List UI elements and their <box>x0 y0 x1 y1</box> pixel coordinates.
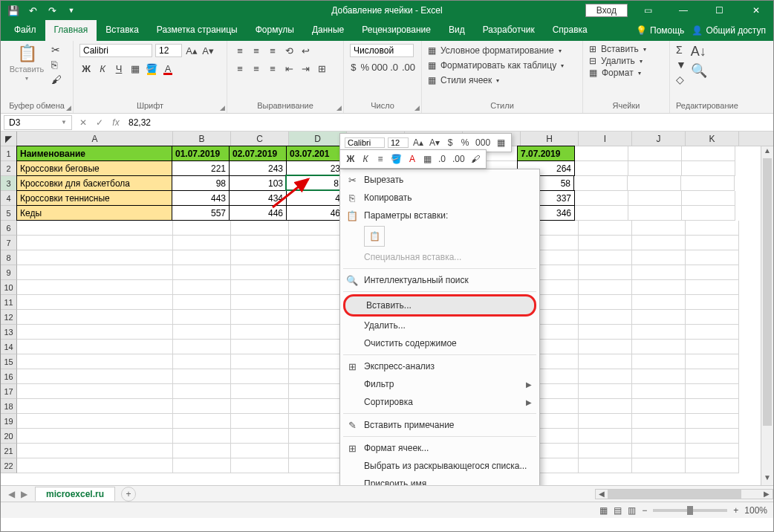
cells-format-button[interactable]: ▦Формат▾ <box>589 68 663 78</box>
cell[interactable] <box>632 444 686 458</box>
cell[interactable] <box>173 399 231 414</box>
cell[interactable] <box>686 265 739 280</box>
cell[interactable] <box>575 191 628 206</box>
row-header[interactable]: 12 <box>1 310 17 325</box>
border-icon[interactable]: ▦ <box>421 152 433 166</box>
row-header[interactable]: 22 <box>1 458 17 473</box>
cell[interactable] <box>579 399 632 414</box>
scroll-right-icon[interactable]: ▶ <box>761 490 773 499</box>
mini-font-size[interactable] <box>388 137 409 148</box>
cell[interactable] <box>628 161 682 176</box>
sheet-tab[interactable]: microexcel.ru <box>35 487 115 501</box>
scroll-up-icon[interactable]: ▲ <box>761 146 773 158</box>
add-sheet-button[interactable]: + <box>121 487 136 502</box>
col-header[interactable]: B <box>173 132 231 146</box>
decrease-decimal-icon[interactable]: .00 <box>451 152 466 166</box>
comma-icon[interactable]: 000 <box>373 60 386 74</box>
cell[interactable] <box>686 384 739 399</box>
cell[interactable] <box>289 280 347 295</box>
maximize-icon[interactable]: ☐ <box>703 1 735 20</box>
prev-sheet-icon[interactable]: ◀ <box>8 489 15 499</box>
cm-insert[interactable]: Вставить... <box>343 294 536 317</box>
find-select-icon[interactable]: 🔍 <box>691 62 707 79</box>
currency-icon[interactable]: $ <box>350 60 357 74</box>
cell[interactable] <box>632 414 686 429</box>
cell[interactable] <box>231 236 289 250</box>
cell[interactable] <box>173 280 231 295</box>
cm-comment[interactable]: ✎Вставить примечание <box>340 416 539 434</box>
cell[interactable] <box>579 310 632 325</box>
cell[interactable] <box>632 325 686 340</box>
paste-button[interactable]: 📋Вставить▾ <box>7 44 47 82</box>
cell[interactable] <box>686 236 739 250</box>
cell[interactable] <box>173 295 231 310</box>
tab-help[interactable]: Справка <box>544 20 596 41</box>
cm-smart-lookup[interactable]: 🔍Интеллектуальный поиск <box>340 271 539 289</box>
currency-icon[interactable]: $ <box>444 136 456 149</box>
cm-filter[interactable]: Фильтр▶ <box>340 375 539 393</box>
cell[interactable] <box>686 221 739 236</box>
view-layout-icon[interactable]: ▤ <box>614 505 622 516</box>
cell[interactable]: 103 <box>229 175 287 191</box>
cut-icon[interactable]: ✂ <box>51 44 62 56</box>
cell[interactable]: 434 <box>229 190 287 206</box>
cell[interactable] <box>632 340 686 354</box>
cell[interactable] <box>231 369 289 384</box>
cell[interactable] <box>682 191 735 206</box>
cm-pick-list[interactable]: Выбрать из раскрывающегося списка... <box>340 457 539 475</box>
cell[interactable] <box>17 354 173 369</box>
row-header[interactable]: 5 <box>1 206 17 221</box>
cell[interactable] <box>579 414 632 429</box>
cell[interactable]: Кроссовки теннисные <box>16 190 172 206</box>
bold-button[interactable]: Ж <box>345 152 357 166</box>
decrease-font-icon[interactable]: A▾ <box>201 44 215 57</box>
cell[interactable] <box>231 414 289 429</box>
cell[interactable] <box>231 429 289 444</box>
cell[interactable] <box>231 221 289 236</box>
cell[interactable] <box>17 250 173 265</box>
fill-color-icon[interactable]: 🪣 <box>389 152 403 166</box>
cell[interactable] <box>231 399 289 414</box>
cell[interactable] <box>173 384 231 399</box>
italic-button[interactable]: К <box>96 62 109 75</box>
cell[interactable] <box>289 384 347 399</box>
cell[interactable] <box>173 354 231 369</box>
tab-data[interactable]: Данные <box>303 20 353 41</box>
cell[interactable]: 01.07.2019 <box>172 146 230 161</box>
cell[interactable]: 03.07.201 <box>286 146 344 161</box>
format-painter-icon[interactable]: 🖌 <box>51 74 62 85</box>
border-icon[interactable]: ▦ <box>129 62 142 75</box>
align-bottom-icon[interactable]: ≡ <box>266 44 279 57</box>
cell[interactable] <box>17 414 173 429</box>
cell[interactable] <box>173 369 231 384</box>
cancel-formula-icon[interactable]: ✕ <box>75 117 91 128</box>
cell[interactable] <box>231 444 289 458</box>
tab-insert[interactable]: Вставка <box>97 20 148 41</box>
cells-delete-button[interactable]: ⊟Удалить▾ <box>589 56 663 66</box>
tab-developer[interactable]: Разработчик <box>474 20 544 41</box>
cell[interactable] <box>579 340 632 354</box>
cm-format-cells[interactable]: ⊞Формат ячеек... <box>340 439 539 457</box>
cell[interactable] <box>289 236 347 250</box>
vertical-scrollbar[interactable]: ▲ ▼ <box>761 146 773 485</box>
cell[interactable] <box>289 250 347 265</box>
wrap-text-icon[interactable]: ↩ <box>299 44 312 57</box>
cell[interactable] <box>231 280 289 295</box>
decrease-decimal-icon[interactable]: .00 <box>402 60 415 74</box>
cell[interactable] <box>628 206 682 221</box>
cell[interactable]: 98 <box>172 175 230 191</box>
cell[interactable] <box>579 280 632 295</box>
zoom-slider[interactable] <box>653 509 727 512</box>
italic-button[interactable]: К <box>360 152 371 166</box>
cell[interactable] <box>17 310 173 325</box>
cm-define-name[interactable]: Присвоить имя... <box>340 475 539 485</box>
tell-me[interactable]: 💡Помощь <box>636 25 684 36</box>
cell[interactable] <box>632 265 686 280</box>
cell[interactable] <box>632 250 686 265</box>
increase-indent-icon[interactable]: ⇥ <box>299 62 312 75</box>
cell[interactable] <box>632 236 686 250</box>
decrease-indent-icon[interactable]: ⇤ <box>282 62 296 75</box>
font-size-input[interactable] <box>155 44 182 57</box>
tab-review[interactable]: Рецензирование <box>353 20 440 41</box>
copy-icon[interactable]: ⎘ <box>51 59 62 71</box>
